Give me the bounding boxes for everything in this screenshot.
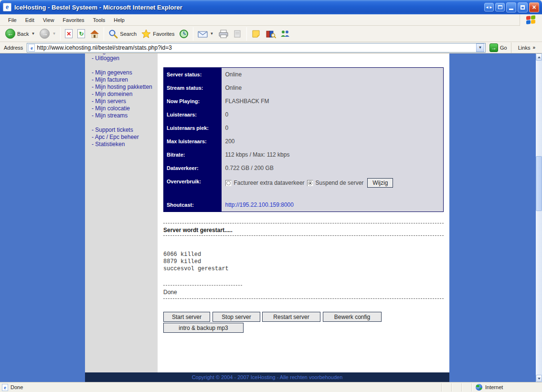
scrollbar-thumb[interactable] xyxy=(536,156,542,211)
stat-label: Luisteraars: xyxy=(164,108,222,121)
shoutcast-link[interactable]: http://195.22.100.159:8000 xyxy=(225,201,294,208)
address-url[interactable]: http://www.icehosting.nl/bestel/stream/s… xyxy=(37,44,476,51)
sidebar-item-apc-epc-beheer[interactable]: - Apc / Epc beheer xyxy=(92,134,152,141)
menu-view[interactable]: View xyxy=(39,15,59,25)
favorites-button[interactable]: Favorites xyxy=(139,28,177,40)
address-input[interactable]: e http://www.icehosting.nl/bestel/stream… xyxy=(27,43,486,53)
title-bar: e IceHosting - Bestel Systeem - Microsof… xyxy=(0,0,542,14)
maximize-button[interactable] xyxy=(518,2,528,12)
sidebar-item-mijn-gegevens[interactable]: - Mijn gegevens xyxy=(92,69,152,76)
table-row: Luisteraars: 0 xyxy=(164,108,444,121)
toolbar-separator xyxy=(193,27,193,41)
search-label: Search xyxy=(120,31,137,37)
ie-logo-icon: e xyxy=(3,3,11,11)
dashed-divider xyxy=(163,223,444,223)
scroll-up-icon[interactable] xyxy=(536,53,542,61)
sidebar-item-mijn-streams[interactable]: - Mijn streams xyxy=(92,112,152,119)
forward-button[interactable]: → ▼ xyxy=(37,28,58,40)
menu-favorites[interactable]: Favorites xyxy=(58,15,88,25)
mail-dropdown-icon[interactable]: ▼ xyxy=(210,32,213,36)
go-arrow-icon: → xyxy=(489,43,498,52)
toolbar-separator xyxy=(104,27,104,41)
forward-icon: → xyxy=(40,29,50,39)
sidebar-item-statistieken[interactable]: - Statistieken xyxy=(92,141,152,148)
radio-suspend[interactable] xyxy=(307,180,313,186)
log-output: 6066 killed 8879 killed succesvol gerest… xyxy=(163,251,229,273)
links-button[interactable]: Links » xyxy=(511,42,540,53)
sidebar-item-mijn-servers[interactable]: - Mijn servers xyxy=(92,98,152,105)
print-button[interactable] xyxy=(216,28,230,40)
messenger-button[interactable] xyxy=(277,28,292,40)
back-dropdown-icon[interactable]: ▼ xyxy=(31,32,35,36)
history-icon xyxy=(179,29,189,39)
menu-file[interactable]: File xyxy=(4,15,21,25)
page-viewport: - Registreren - Uitloggen - Mijn gegeven… xyxy=(0,53,542,382)
notes-button[interactable] xyxy=(249,28,263,40)
stat-value: 0 xyxy=(222,108,444,121)
go-label: Go xyxy=(500,45,507,51)
stat-value: Online xyxy=(222,68,444,82)
mail-button[interactable]: ▼ xyxy=(195,28,216,40)
radio-factureer[interactable] xyxy=(225,180,232,186)
sidebar-item-mijn-colocatie[interactable]: - Mijn colocatie xyxy=(92,105,152,112)
table-row: Now Playing: FLASHBACK FM xyxy=(164,95,444,108)
research-icon xyxy=(266,29,275,39)
wijzig-button[interactable]: Wijzig xyxy=(367,178,393,188)
table-row-oververbruik: Oververbruik: Factureer extra dataverkee… xyxy=(164,175,444,198)
home-button[interactable] xyxy=(87,28,102,40)
sidebar-item-mijn-hosting-pakketten[interactable]: - Mijn hosting pakketten xyxy=(92,84,152,91)
log-line: 8879 killed xyxy=(163,258,229,265)
edit-icon xyxy=(233,29,242,39)
search-button[interactable]: Search xyxy=(106,28,139,40)
links-chevron-icon: » xyxy=(532,45,535,50)
back-button[interactable]: ← Back ▼ xyxy=(3,28,37,40)
scroll-down-icon[interactable] xyxy=(536,375,542,382)
stop-server-button[interactable]: Stop server xyxy=(213,312,260,322)
restart-heading: Server wordt gerestart..... xyxy=(163,227,233,233)
minimize-button[interactable] xyxy=(506,2,516,12)
table-row-shoutcast: Shoutcast: http://195.22.100.159:8000 xyxy=(164,198,444,212)
page-footer: Copyright © 2004 - 2007 IceHosting - All… xyxy=(85,372,449,382)
radio-suspend-label: Suspend de server xyxy=(316,180,364,186)
favorites-star-icon xyxy=(141,29,151,39)
research-button[interactable] xyxy=(263,28,277,40)
status-cell xyxy=(451,383,461,392)
menu-help[interactable]: Help xyxy=(109,15,129,25)
forward-dropdown-icon[interactable]: ▼ xyxy=(52,32,56,36)
refresh-button[interactable]: ↻ xyxy=(75,28,87,39)
menu-bar: File Edit View Favorites Tools Help xyxy=(0,14,542,26)
dashed-divider-short xyxy=(163,285,242,286)
bewerk-config-button[interactable]: Bewerk config xyxy=(323,312,382,322)
menu-tools[interactable]: Tools xyxy=(89,15,110,25)
close-button[interactable]: × xyxy=(529,2,539,12)
stat-value: Online xyxy=(222,81,444,95)
sidebar-item-support-tickets[interactable]: - Support tickets xyxy=(92,127,152,134)
restart-server-button[interactable]: Restart server xyxy=(262,312,320,322)
stat-value: 112 kbps / Max: 112 kbps xyxy=(222,148,444,161)
start-server-button[interactable]: Start server xyxy=(163,312,210,322)
edit-button[interactable] xyxy=(230,28,244,40)
search-icon xyxy=(108,29,118,39)
sidebar-item-mijn-facturen[interactable]: - Mijn facturen xyxy=(92,76,152,84)
stop-button[interactable]: ✕ xyxy=(63,28,75,39)
go-button[interactable]: → Go xyxy=(486,43,511,52)
vertical-scrollbar[interactable] xyxy=(536,53,542,382)
window-arrows-icon[interactable]: ◄► xyxy=(484,3,494,11)
window-title: IceHosting - Bestel Systeem - Microsoft … xyxy=(14,4,484,11)
intro-backup-mp3-button[interactable]: intro & backup mp3 xyxy=(163,323,244,333)
address-dropdown-icon[interactable]: ▼ xyxy=(476,43,484,52)
sidebar-item-uitloggen[interactable]: - Uitloggen xyxy=(92,55,152,62)
copyright-text: Copyright © 2004 - 2007 IceHosting - All… xyxy=(192,374,343,380)
zone-label: Internet xyxy=(485,384,503,390)
sidebar-gap xyxy=(92,119,152,127)
menu-edit[interactable]: Edit xyxy=(21,15,39,25)
toolbar-separator xyxy=(246,27,247,41)
back-label: Back xyxy=(17,31,29,37)
window-popout-icon[interactable] xyxy=(495,3,505,11)
stat-value: 0 xyxy=(222,121,444,135)
dashed-divider xyxy=(163,298,444,299)
stat-value: FLASHBACK FM xyxy=(222,95,444,108)
messenger-icon xyxy=(280,29,289,39)
history-button[interactable] xyxy=(177,28,191,40)
sidebar-item-mijn-domeinen[interactable]: - Mijn domeinen xyxy=(92,91,152,98)
